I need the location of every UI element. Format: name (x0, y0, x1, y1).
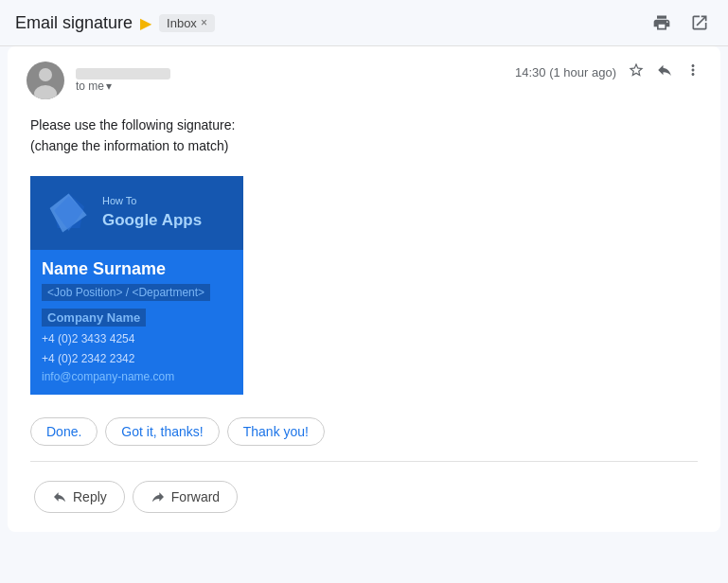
arrow-icon: ▶ (140, 14, 151, 32)
sender-name (76, 68, 170, 80)
sig-details: Name Surname <Job Position> / <Departmen… (30, 250, 243, 395)
sig-email: info@company-name.com (42, 370, 232, 383)
sig-phone1: +4 (0)2 3433 4254 (42, 330, 232, 348)
sig-logo-text: How To Google Apps (102, 194, 202, 231)
quick-reply-thank-you[interactable]: Thank you! (227, 417, 325, 446)
email-time: 14:30 (1 hour ago) (515, 65, 616, 80)
more-options-icon[interactable] (684, 62, 701, 83)
open-new-window-icon[interactable] (686, 9, 713, 36)
divider (30, 461, 698, 462)
sender-details: to me ▾ (76, 68, 170, 93)
top-bar-left: Email signature ▶ Inbox × (15, 13, 215, 33)
forward-button[interactable]: Forward (133, 481, 238, 513)
sig-company: Company Name (42, 309, 146, 327)
sender-info: to me ▾ (27, 62, 170, 99)
action-row: Reply Forward (30, 469, 698, 517)
sig-logo-row: How To Google Apps (30, 176, 243, 250)
inbox-badge: Inbox × (159, 14, 215, 32)
to-dropdown-icon: ▾ (106, 80, 112, 93)
top-bar: Email signature ▶ Inbox × (0, 0, 728, 46)
quick-reply-got-it[interactable]: Got it, thanks! (105, 417, 219, 446)
inbox-close-button[interactable]: × (201, 16, 207, 29)
star-icon[interactable] (628, 62, 645, 83)
quick-reply-done[interactable]: Done. (30, 417, 98, 446)
email-header: to me ▾ 14:30 (1 hour ago) (27, 62, 701, 99)
svg-point-1 (39, 68, 52, 81)
print-icon[interactable] (648, 9, 675, 36)
avatar (27, 62, 64, 99)
forward-label: Forward (171, 489, 220, 504)
top-bar-right (648, 9, 713, 36)
sig-phone2: +4 (0)2 2342 2342 (42, 350, 232, 368)
sig-logo-icon (45, 189, 93, 237)
quick-reply-row: Done. Got it, thanks! Thank you! (30, 417, 698, 446)
reply-button[interactable]: Reply (34, 481, 125, 513)
reply-header-icon[interactable] (656, 62, 673, 83)
sig-job: <Job Position> / <Department> (42, 284, 210, 301)
email-body: Please use the following signature: (cha… (27, 115, 701, 517)
to-me-label[interactable]: to me ▾ (76, 80, 170, 93)
reply-label: Reply (73, 489, 107, 504)
sig-name: Name Surname (42, 259, 232, 279)
email-meta: 14:30 (1 hour ago) (515, 62, 701, 83)
email-body-text: Please use the following signature: (cha… (30, 115, 698, 157)
email-subject-title: Email signature (15, 13, 133, 33)
signature-block: How To Google Apps Name Surname <Job Pos… (30, 176, 243, 395)
email-container: to me ▾ 14:30 (1 hour ago) (8, 46, 720, 532)
inbox-label: Inbox (167, 16, 197, 30)
